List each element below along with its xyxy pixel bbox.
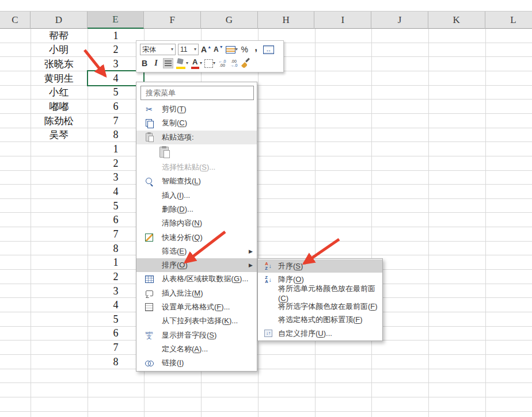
- menu-item-label: 剪切(T): [162, 104, 187, 114]
- sort-submenu-item-5[interactable]: ↓↑自定义排序(U)...: [258, 327, 382, 340]
- context-menu-item-12[interactable]: 从表格/区域获取数据(G)...: [136, 272, 257, 286]
- column-header-C[interactable]: C: [0, 12, 31, 29]
- menu-item-label: 粘贴选项:: [162, 132, 194, 143]
- italic-button[interactable]: I: [151, 58, 161, 69]
- menu-item-label: 选择性粘贴(S)...: [162, 162, 215, 173]
- column-header-D[interactable]: D: [31, 12, 88, 29]
- context-menu-item-1[interactable]: 复制(C): [136, 116, 257, 130]
- menu-item-label: 自定义排序(U)...: [278, 328, 332, 339]
- comma-style-button[interactable]: ,: [252, 44, 261, 55]
- format-painter-button[interactable]: [241, 58, 251, 69]
- gridline: [315, 29, 316, 417]
- context-menu-item-8[interactable]: 清除内容(N): [136, 216, 257, 230]
- column-header-F[interactable]: F: [144, 12, 201, 29]
- caret-down-icon: ▼: [219, 45, 223, 49]
- context-menu-item-17[interactable]: 定义名称(A)...: [136, 342, 257, 356]
- paste-icon: [146, 133, 153, 141]
- decrease-font-size-button[interactable]: A ▼: [214, 44, 223, 55]
- percent-style-button[interactable]: %: [240, 44, 249, 55]
- gridline: [0, 198, 532, 199]
- sort-asc-icon: AZ↓: [265, 262, 271, 270]
- context-menu-item-0[interactable]: ✂剪切(T): [136, 102, 257, 116]
- search-input[interactable]: [140, 86, 254, 100]
- quick-analysis-icon: [145, 234, 153, 242]
- mini-toolbar-row-1: 宋体 ▾ 11 ▾ A ▲ A ▼ ▾ % , ↔: [140, 43, 280, 56]
- menu-item-label: 智能查找(L): [162, 176, 201, 186]
- column-header-E[interactable]: E: [88, 12, 145, 29]
- column-header-K[interactable]: K: [428, 12, 485, 29]
- gridline: [0, 354, 532, 355]
- sort-submenu-item-4[interactable]: 将选定格式的图标置顶(F): [258, 313, 382, 327]
- context-menu: ✂剪切(T)复制(C)粘贴选项:选择性粘贴(S)...智能查找(L)插入(I).…: [136, 82, 257, 372]
- sort-submenu-item-2[interactable]: 将所选单元格颜色放在最前面(C): [258, 286, 382, 300]
- gridline: [0, 156, 532, 156]
- chevron-down-icon: ▾: [213, 61, 215, 66]
- decrease-decimal-button[interactable]: .00 →.0: [229, 58, 238, 69]
- menu-item-label: 链接(I): [162, 358, 184, 368]
- column-header-row: CDEFGHIJKL: [0, 12, 532, 29]
- context-menu-item-18[interactable]: 链接(I): [136, 356, 257, 370]
- style-gallery-button[interactable]: ▾: [226, 44, 238, 55]
- context-menu-item-13[interactable]: 插入批注(M): [136, 286, 257, 300]
- context-menu-item-10[interactable]: 筛选(E)▶: [136, 244, 257, 258]
- formula-bar-strip: [0, 0, 532, 12]
- context-menu-item-16[interactable]: wén文显示拼音字段(S): [136, 328, 257, 342]
- gridline: [428, 29, 429, 417]
- format-painter-icon: [241, 58, 251, 68]
- mini-toolbar-row-2: B I ▾ A ▾ ▾ ←.0: [140, 57, 280, 70]
- context-menu-item-7[interactable]: 删除(D)...: [136, 202, 257, 216]
- font-size-value: 11: [180, 45, 187, 53]
- increase-decimal-button[interactable]: ←.0 .00: [218, 58, 227, 69]
- column-header-G[interactable]: G: [201, 12, 258, 29]
- format-cells-icon: [145, 303, 153, 311]
- menu-item-label: 清除内容(N): [162, 218, 202, 228]
- cell-D6[interactable]: 嘟嘟: [31, 100, 88, 114]
- context-menu-item-6[interactable]: 插入(I)...: [136, 188, 257, 202]
- menu-item-label: 筛选(E): [162, 246, 187, 257]
- column-header-H[interactable]: H: [258, 12, 315, 29]
- context-menu-item-15[interactable]: 从下拉列表中选择(K)...: [136, 314, 257, 328]
- merge-center-button[interactable]: ↔: [263, 44, 274, 55]
- cell-D2[interactable]: 小明: [31, 43, 88, 58]
- font-size-dropdown[interactable]: 11 ▾: [178, 44, 199, 55]
- gridline: [0, 382, 532, 383]
- borders-icon: [204, 59, 213, 68]
- column-header-L[interactable]: L: [485, 12, 532, 29]
- gridline: [0, 170, 532, 171]
- cell-D5[interactable]: 小红: [31, 86, 88, 100]
- chevron-down-icon: ▾: [171, 47, 173, 52]
- chevron-down-icon: ▾: [200, 61, 202, 66]
- pinyin-icon: wén文: [146, 331, 153, 340]
- context-menu-item-5[interactable]: 智能查找(L): [136, 174, 257, 188]
- borders-button[interactable]: ▾: [204, 58, 215, 69]
- custom-sort-icon: ↓↑: [264, 330, 272, 337]
- decrease-decimal-icon: .00 →.0: [230, 59, 238, 67]
- chevron-down-icon: ▾: [186, 61, 188, 66]
- context-menu-item-9[interactable]: 快速分析(Q): [136, 230, 257, 244]
- column-header-I[interactable]: I: [315, 12, 372, 29]
- context-menu-item-14[interactable]: 设置单元格格式(F)...: [136, 300, 257, 314]
- font-name-dropdown[interactable]: 宋体 ▾: [140, 44, 176, 55]
- cell-D7[interactable]: 陈劲松: [31, 114, 88, 128]
- menu-item-label: 插入(I)...: [162, 190, 190, 201]
- sort-submenu-item-0[interactable]: AZ↓升序(S): [258, 259, 382, 273]
- increase-font-size-button[interactable]: A ▲: [201, 44, 211, 55]
- menu-item-label: 从下拉列表中选择(K)...: [162, 316, 238, 326]
- fill-color-button[interactable]: ▾: [176, 58, 188, 69]
- bold-button[interactable]: B: [140, 58, 149, 69]
- font-color-button[interactable]: A ▾: [191, 58, 202, 69]
- gridline: [0, 241, 532, 242]
- cell-D1[interactable]: 帮帮: [31, 29, 88, 43]
- sort-submenu-item-3[interactable]: 将所选字体颜色放在最前面(F): [258, 300, 382, 313]
- context-menu-item-11[interactable]: 排序(O)▶: [136, 258, 257, 272]
- context-menu-items: ✂剪切(T)复制(C)粘贴选项:选择性粘贴(S)...智能查找(L)插入(I).…: [136, 102, 257, 370]
- cell-D3[interactable]: 张晓东: [31, 57, 88, 71]
- paste-option-button[interactable]: [136, 144, 257, 160]
- menu-item-label: 将所选字体颜色放在最前面(F): [278, 301, 378, 312]
- column-header-J[interactable]: J: [371, 12, 428, 29]
- cell-D4[interactable]: 黄明生: [31, 71, 88, 86]
- link-icon: [145, 360, 154, 366]
- context-menu-item-2[interactable]: 粘贴选项:: [136, 131, 257, 144]
- align-center-button[interactable]: [163, 58, 173, 69]
- cell-D8[interactable]: 吴琴: [31, 128, 88, 143]
